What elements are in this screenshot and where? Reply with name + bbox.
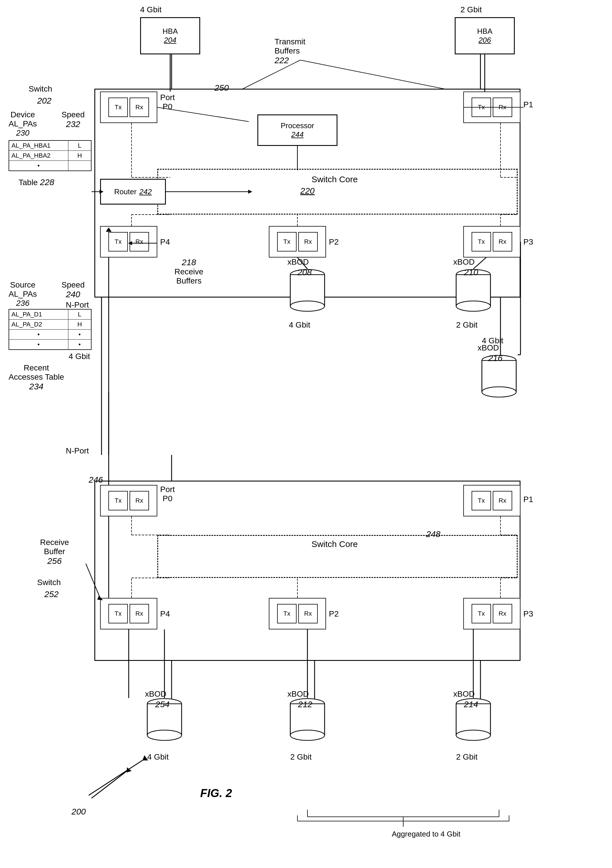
switch1-p1-label: P1 [523,100,533,109]
al-pa-hba1-speed: L [68,141,91,150]
switch1-p2-rx: Rx [298,232,318,251]
xbod216-number: 216 [488,353,502,363]
switch2-label: Switch [37,578,60,587]
switch2-p1-tx: Tx [472,491,491,510]
xbod210-label: xBOD [453,257,475,267]
receive-buffers-label: 218ReceiveBuffers [174,257,203,285]
hba204-box: HBA 204 [140,17,200,54]
dots2-speed: • [68,330,91,339]
switch2-p3-label: P3 [523,609,533,618]
switch2-port-p1-group: Tx Rx [463,485,521,516]
dots-speed [68,161,91,170]
p4-speed-label: 4 Gbit [69,352,90,361]
xbod214-label: xBOD [453,690,475,699]
fig-label: FIG. 2 [200,787,232,800]
source-alpas-row3: • • [9,330,91,339]
svg-point-23 [290,301,325,311]
processor-box: Processor 244 [257,115,338,146]
dots3-speed: • [68,339,91,349]
switch1-p3-tx: Tx [472,232,491,251]
switch2-p4-tx: Tx [108,604,128,623]
switch2-port-p0-group: Tx Rx [100,485,157,516]
al-pa-d2-cell: AL_PA_D2 [9,319,68,329]
switch-core-248-number: 248 [426,529,440,539]
switch2-p2-rx: Rx [298,604,318,623]
xbod212-label: xBOD [287,690,309,699]
xbod212-speed: 2 Gbit [290,752,312,761]
switch1-p4-label: P4 [160,237,170,246]
al-pa-d1-cell: AL_PA_D1 [9,310,68,319]
source-alpas-title: SourceAL_PAs236 [9,281,37,308]
xbod254-label: xBOD [145,690,166,699]
switch1-p2-tx: Tx [277,232,297,251]
switch1-port-p2-group: Tx Rx [269,226,326,257]
switch2-port-p4-group: Tx Rx [100,598,157,629]
xbod208-label: xBOD [287,257,309,267]
switch1-label: Switch [29,84,52,93]
switch1-p1-tx: Tx [472,98,491,117]
hba206-label: HBA [477,27,492,36]
processor-label: Processor [280,121,314,130]
dots3-cell: • [9,339,68,349]
svg-point-33 [482,387,516,397]
switch2-port-p3-group: Tx Rx [463,598,521,629]
svg-marker-82 [127,767,132,772]
n-port-lower-label: N-Port [66,446,89,456]
switch1-port-p0-group: Tx Rx [100,91,157,123]
speed-240-label: Speed240 [62,281,85,299]
speed-232-label: Speed232 [62,110,85,129]
n-port-upper-label: N-Port [66,301,89,310]
switch1-p3-label: P3 [523,237,533,246]
xbod214-number: 214 [464,699,478,709]
device-alpas-row2: AL_PA_HBA2 H [9,151,91,161]
router-number: 242 [139,188,152,196]
switch1-port-p1-group: Tx Rx [463,91,521,123]
al-pa-d1-speed: L [68,310,91,319]
switch2-p2-tx: Tx [277,604,297,623]
transmit-buffers-label: TransmitBuffers222 [274,37,305,65]
switch1-port-p3-group: Tx Rx [463,226,521,257]
switch2-p0-rx: Rx [130,491,149,510]
switch2-p1-rx: Rx [493,491,512,510]
receive-buffer-256-label: ReceiveBuffer256 [40,538,69,566]
switch2-p3-rx: Rx [493,604,512,623]
hba204-speed: 4 Gbit [140,5,161,14]
switch1-p3-rx: Rx [493,232,512,251]
switch2-p4-label: P4 [160,609,170,618]
router-label: Router [114,188,136,196]
switch2-p0-tx: Tx [108,491,128,510]
xbod210-number: 210 [464,268,478,277]
device-alpas-table: AL_PA_HBA1 L AL_PA_HBA2 H • [9,140,91,171]
svg-point-28 [456,301,490,311]
svg-point-48 [456,730,490,740]
switch2-p1-label: P1 [523,495,533,504]
label-250: 250 [214,83,229,93]
recent-accesses-label: RecentAccesses Table234 [9,363,64,391]
switch2-number: 252 [44,589,59,599]
hba206-number: 206 [479,36,491,45]
switch1-p0-label: PortP0 [160,93,175,111]
xbod214-speed: 2 Gbit [456,752,477,761]
xbod216-speed: 4 Gbit [482,336,504,345]
xbod210-speed: 2 Gbit [456,321,477,330]
xbod254-number: 254 [155,699,170,709]
switch2-p2-label: P2 [329,609,339,618]
switch2-p4-rx: Rx [130,604,149,623]
al-pa-d2-speed: H [68,319,91,329]
switch1-p0-rx: Rx [130,98,149,117]
switch1-p4-tx: Tx [108,232,128,251]
switch-core-248-label: Switch Core [249,539,420,549]
table-228-label: Table 228 [19,177,54,187]
source-alpas-table: AL_PA_D1 L AL_PA_D2 H • • • • [9,309,91,350]
switch2-p0-label: PortP0 [160,485,175,503]
switch1-p0-tx: Tx [108,98,128,117]
hba204-number: 204 [164,36,176,45]
svg-point-43 [290,730,325,740]
switch1-p1-rx: Rx [493,98,512,117]
switch1-port-p4-group: Tx Rx [100,226,157,257]
svg-line-81 [91,770,129,798]
xbod254-speed: 4 Gbit [147,752,169,761]
switch-core-220-label: Switch Core [249,175,420,184]
al-pa-hba1-cell: AL_PA_HBA1 [9,141,68,150]
processor-number: 244 [291,130,304,139]
